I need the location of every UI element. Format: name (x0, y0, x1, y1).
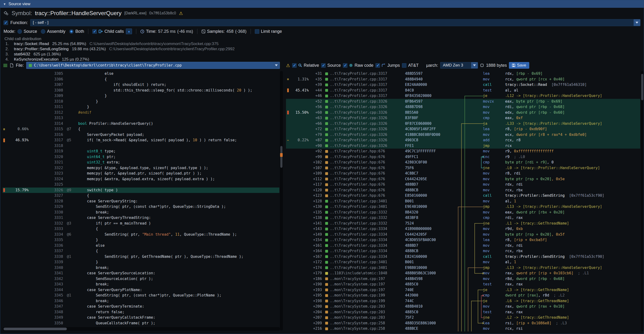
list-icon[interactable] (3, 63, 8, 67)
asm-row[interactable]: +141..t\TracyProfiler.cpp:33327524jne.L1… (286, 221, 640, 226)
asm-row[interactable]: +72..t\TracyProfiler.cpp:33264C8D05F146F… (286, 126, 640, 132)
source-checkbox[interactable] (321, 63, 326, 68)
source-line[interactable]: 3321 uint32_t extra; (2, 160, 279, 165)
uarch-combo-arrow[interactable] (471, 62, 478, 68)
asm-row[interactable]: +79..t\TracyProfiler.cpp:3326418B8C80E0B… (286, 132, 640, 138)
asm-row[interactable]: +99..t\TracyProfiler.hpp:67649FFC1incr9 … (286, 154, 640, 160)
asm-row[interactable]: +193..mon\TracySystem.cpp:197740Eje.L3 -… (286, 287, 640, 293)
relative-toggle[interactable]: Relative (292, 63, 319, 68)
source-line[interactable]: 3320 uint64_t ptr; (2, 154, 279, 160)
source-line[interactable]: 3330 break; (2, 210, 279, 215)
asm-row[interactable]: +130..t\TracyProfiler.cpp:3401E9E4010000… (286, 204, 640, 210)
source-line[interactable]: 3329 SendString( ptr, (const char*)ptr, … (2, 204, 279, 210)
radio-icon[interactable] (41, 29, 45, 34)
asm-row[interactable]: 1.31%+35..t\TracyProfiler.cpp:3317488B49… (286, 77, 640, 82)
asm-row[interactable]: +209..mon\TracySystem.cpp:258488D35E8861… (286, 321, 640, 326)
asm-row[interactable]: +143..t\TracyProfiler.cpp:333441B90B0000… (286, 226, 640, 232)
asm-row[interactable]: +216..mon\TracySystem.cpp:258488BCEmovrc… (286, 326, 640, 332)
source-vertical-scrollbar[interactable] (280, 71, 283, 331)
asm-row[interactable]: +63..t\TracyProfiler.cpp:332683F80Fcmpea… (286, 115, 640, 121)
asm-row[interactable]: 15.50%+60..t\TracyProfiler.cpp:33268B55A… (286, 110, 640, 116)
source-horizontal-scrollbar-handle[interactable] (4, 328, 67, 330)
collapse-icon[interactable]: ▼ (3, 2, 6, 6)
source-line[interactable]: 3313 (2, 115, 279, 121)
source-line[interactable]: 3335 } (2, 237, 279, 243)
asm-row[interactable]: +112..t\TracyProfiler.hpp:676C64424205Em… (286, 176, 640, 182)
raw-code-checkbox[interactable] (343, 63, 348, 68)
source-pane[interactable]: 3305 else3306 {3307 if( shouldExit ) ret… (2, 71, 279, 332)
go-up-button[interactable]: ▲ (126, 28, 132, 34)
asm-vertical-scrollbar-handle[interactable] (641, 74, 643, 100)
source-line[interactable]: 3345@1 SendString( ptr, (const char*)ptr… (2, 293, 279, 298)
asm-row[interactable]: +107..t\TracyProfiler.hpp:67675F6jne.L0 … (286, 165, 640, 171)
source-line[interactable]: 3341 case ServerQuerySourceLocation: (2, 271, 279, 276)
asm-row[interactable]: +190..mon\TracySystem.cpp:1974885C0testr… (286, 282, 640, 287)
asm-vertical-scrollbar[interactable] (641, 71, 644, 332)
save-button[interactable]: Save (509, 62, 529, 69)
asm-row[interactable]: +39..t\TracyProfiler.cpp:3317E824AA0000c… (286, 82, 640, 88)
asm-warning-icon[interactable]: ⚠ (286, 63, 290, 68)
source-line[interactable]: 3306 { (2, 77, 279, 82)
child-call-item[interactable]: 2.tracy::Profiler::SendLongString19.88 m… (0, 46, 639, 52)
source-line[interactable]: 3316 ServerQueryPacket payload; (2, 132, 279, 138)
asm-row[interactable]: +52..t\TracyProfiler.cpp:33260FB64597mov… (286, 99, 640, 105)
asm-row[interactable]: +172..t\TracyProfiler.cpp:3401B001moval,… (286, 259, 640, 265)
jumps-checkbox[interactable] (376, 63, 380, 68)
asm-row[interactable]: +179..1103\include\atomic:1048488B05B63C… (286, 271, 640, 276)
source-line[interactable]: 3339 } (2, 259, 279, 265)
asm-row[interactable]: +56..t\TracyProfiler.cpp:3326488B7D98mov… (286, 104, 640, 110)
asm-row[interactable]: +120..t\TracyProfiler.hpp:676488BCBmovrc… (286, 187, 640, 193)
source-line[interactable]: 3337 { (2, 248, 279, 254)
source-line[interactable]: 3331 case ServerQueryThreadString: (2, 215, 279, 221)
source-line[interactable]: 3346 break; (2, 298, 279, 304)
asm-row[interactable]: +102..t\TracyProfiler.hpp:67642803C0F00c… (286, 160, 640, 165)
child-calls-checkbox[interactable] (92, 29, 97, 34)
asm-row[interactable]: +46..t\TracyProfiler.cpp:33170F843502000… (286, 93, 640, 99)
source-line[interactable]: 46.93%3317@5 if( !m_sock->Read( &payload… (2, 138, 279, 143)
source-line[interactable]: 3348 return false; (2, 310, 279, 315)
asm-row[interactable]: +164..t\TracyProfiler.cpp:3334488BCBmovr… (286, 248, 640, 254)
file-combo[interactable]: C:\Users\wolf\Desktop\darkrl\contrib\tra… (26, 62, 280, 69)
source-line[interactable]: 3309 } (2, 93, 279, 99)
source-line[interactable]: 3311 } (2, 104, 279, 110)
function-combo[interactable]: [ - self - ] (30, 19, 640, 26)
source-line[interactable]: 3332@3 if( ptr == m_mainThread ) (2, 221, 279, 226)
function-checkbox[interactable] (4, 20, 8, 25)
function-combo-arrow[interactable] (634, 19, 640, 26)
file-combo-arrow[interactable] (273, 62, 280, 69)
source-line[interactable]: 3349 case ServerQueryCallstackFrame: (2, 315, 279, 321)
mode-radio-assembly[interactable]: Assembly (41, 29, 66, 34)
asm-row[interactable]: +135..t\TracyProfiler.cpp:33328B4320move… (286, 210, 640, 215)
asm-row[interactable]: +161..t\TracyProfiler.cpp:3334488BD7movr… (286, 243, 640, 249)
source-vertical-scrollbar-handle[interactable] (280, 146, 282, 168)
att-toggle[interactable]: AT&T (402, 63, 419, 68)
source-line[interactable]: 3310 } (2, 99, 279, 105)
raw-code-toggle[interactable]: Raw code (343, 63, 373, 68)
asm-row[interactable]: +207..mon\TracySystem.cpp:20375F2jne.L2 … (286, 315, 640, 321)
source-line[interactable]: 3333 { (2, 226, 279, 232)
source-line[interactable]: 3314bool Profiler::HandleServerQuery() (2, 121, 279, 127)
att-checkbox[interactable] (402, 63, 406, 68)
asm-row[interactable]: +109..t\TracyProfiler.hpp:6764C8BC7movr8… (286, 171, 640, 176)
asm-row[interactable]: +90..t\TracyProfiler.cpp:3326FFE1jmprcx (286, 143, 640, 149)
asm-row[interactable]: +92..t\TracyProfiler.hpp:67649C7C1FFFFFF… (286, 149, 640, 154)
source-line[interactable]: 3343 break; (2, 282, 279, 287)
asm-row[interactable]: +123..t\TracyProfiler.hpp:676E850160000c… (286, 193, 640, 199)
asm-row[interactable]: +31..t\TracyProfiler.cpp:3317488D5597lea… (286, 71, 640, 77)
source-line[interactable]: 3340 break; (2, 265, 279, 271)
radio-icon[interactable] (18, 29, 22, 34)
child-calls-toggle[interactable]: Child calls (92, 29, 124, 34)
asm-row[interactable]: +66..t\TracyProfiler.cpp:33260F87CE06000… (286, 121, 640, 127)
source-line[interactable]: 0.66%3315@7{ (2, 126, 279, 132)
source-line[interactable]: 3327 { (2, 193, 279, 199)
asm-row[interactable]: +186..mon\TracySystem.cpp:197448B4598mov… (286, 276, 640, 282)
asm-row[interactable]: 45.41%+44..t\TracyProfiler.cpp:331784C0t… (286, 88, 640, 93)
source-line[interactable]: 3328 case ServerQueryString: (2, 199, 279, 204)
asm-row[interactable]: +198..mon\TracySystem.cpp:199744Cje.L6 -… (286, 298, 640, 304)
source-line[interactable]: 3322 memcpy( &type, &payload.type, sizeo… (2, 165, 279, 171)
asm-row[interactable]: +174..t\TracyProfiler.cpp:3401E9B8010000… (286, 265, 640, 271)
source-line[interactable]: 3347 case ServerQueryTerminate: (2, 304, 279, 310)
limit-range-toggle[interactable]: Limit range (255, 29, 282, 34)
asm-row[interactable]: +167..t\TracyProfiler.cpp:3334E824160000… (286, 254, 640, 260)
asm-row[interactable]: 0.22%+87..t\TracyProfiler.cpp:33264903C8… (286, 138, 640, 143)
